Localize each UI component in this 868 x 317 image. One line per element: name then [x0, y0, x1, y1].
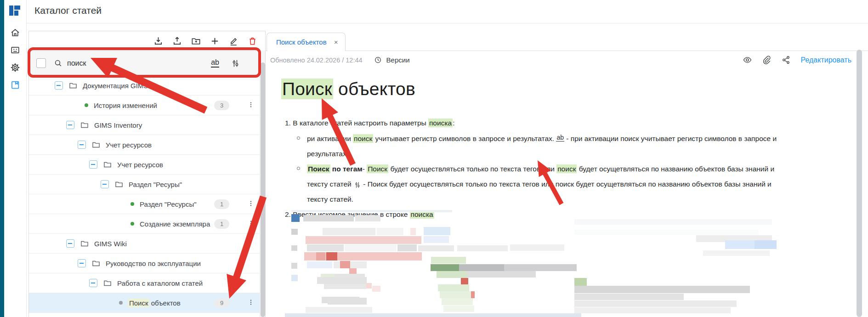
mosaic-block: [326, 252, 337, 260]
tab-poisk-obektov[interactable]: Поиск объектов ×: [267, 33, 346, 51]
tree-row[interactable]: Создание экземпляра1: [29, 214, 265, 234]
tree-row[interactable]: Работа с каталогом статей: [29, 273, 265, 293]
folder-icon: [114, 180, 124, 189]
tab-close-icon[interactable]: ×: [334, 38, 338, 46]
home-nav-button[interactable]: [7, 26, 23, 40]
collapse-checkbox[interactable]: [66, 239, 74, 248]
mosaic-block: [306, 236, 421, 244]
edit-button[interactable]: Редактировать: [800, 56, 851, 64]
tree-scrollbar[interactable]: [260, 51, 265, 317]
bookmark-nav-button[interactable]: [7, 78, 23, 92]
row-menu-button[interactable]: [247, 219, 255, 229]
tree-row[interactable]: Учет ресурсов: [29, 155, 265, 175]
article-count-badge: 3: [214, 101, 229, 110]
tree-row[interactable]: GIMS Inventory: [29, 115, 265, 135]
search-mode-toggle-icon[interactable]: [230, 58, 240, 68]
mosaic-block: [291, 210, 452, 212]
settings-icon: [10, 62, 21, 73]
new-folder-button[interactable]: [191, 36, 201, 46]
mosaic-block: [345, 244, 397, 251]
tree-item-label: История изменений: [94, 102, 157, 109]
preview-button[interactable]: [743, 55, 752, 65]
attachments-button[interactable]: [762, 55, 772, 65]
row-menu-button[interactable]: [247, 298, 255, 308]
search-icon: [53, 58, 63, 68]
mosaic-block: [431, 257, 466, 264]
row-menu-button[interactable]: [247, 199, 255, 209]
collapse-checkbox[interactable]: [55, 81, 63, 90]
highlighted-text: Поиск: [281, 79, 333, 99]
tree-row[interactable]: Раздел "Ресурсы"1: [29, 194, 265, 214]
mosaic-block: [443, 306, 474, 312]
tree-row[interactable]: GIMS Wiki: [29, 234, 265, 254]
upload-icon: [172, 36, 182, 46]
tree-row[interactable]: Раздел "Ресуры": [29, 175, 265, 194]
highlighted-text: Поиск: [367, 164, 388, 173]
mosaic-block: [438, 284, 469, 291]
mosaic-block: [316, 252, 325, 260]
row-menu-button[interactable]: [247, 100, 255, 110]
tree-row[interactable]: Учет ресурсов: [29, 135, 265, 155]
list-number: 1.: [285, 119, 293, 127]
delete-button[interactable]: [247, 36, 258, 46]
console-nav-button[interactable]: [7, 43, 23, 57]
ordered-list-item: 1. В каталоге статей настроить параметры…: [285, 116, 832, 130]
select-all-checkbox[interactable]: [36, 58, 46, 68]
mosaic-block: [424, 227, 450, 235]
tree-row[interactable]: Руководство по эксплуатации: [29, 254, 265, 273]
mosaic-block: [574, 278, 587, 286]
edit-button[interactable]: [228, 36, 239, 46]
tree-scrollbar-thumb[interactable]: [261, 62, 265, 317]
tab-label: Поиск объектов: [276, 38, 327, 46]
highlighted-text: Поиск: [307, 164, 330, 173]
mosaic-block: [467, 271, 536, 277]
collapse-checkbox[interactable]: [101, 180, 109, 188]
tree-item-label: Учет ресурсов: [117, 161, 163, 169]
mosaic-block: [755, 240, 777, 249]
text: ри активации: [307, 135, 353, 142]
share-button[interactable]: [781, 55, 791, 65]
app-logo: [9, 5, 21, 17]
collapse-checkbox[interactable]: [78, 141, 86, 149]
tree-toolbar: [29, 31, 265, 51]
new-folder-icon: [191, 36, 201, 46]
collapse-checkbox[interactable]: [78, 259, 86, 267]
article-title: Поиск объектов: [281, 79, 415, 99]
collapse-checkbox[interactable]: [66, 121, 74, 129]
case-sensitive-toggle[interactable]: ab: [211, 59, 219, 68]
article-actions: Редактировать: [743, 55, 851, 65]
download-button[interactable]: [153, 36, 164, 46]
console-icon: [10, 45, 21, 56]
folder-icon: [103, 160, 112, 169]
mosaic-block: [424, 236, 449, 243]
versions-button[interactable]: Версии: [386, 56, 410, 64]
collapse-checkbox[interactable]: [89, 279, 97, 287]
article-tree-panel: поиск ab Документация GIMSИстория измене…: [28, 31, 266, 317]
page-scrollbar[interactable]: [857, 50, 862, 317]
collapse-checkbox[interactable]: [89, 160, 97, 169]
search-input[interactable]: поиск: [67, 59, 86, 68]
text: по тегам: [330, 165, 363, 173]
mosaic-block: [510, 244, 564, 251]
mosaic-block: [291, 275, 298, 281]
mosaic-block: [291, 263, 297, 269]
mosaic-block: [574, 219, 772, 225]
tree-row[interactable]: Поиск объектов9: [29, 293, 265, 313]
mosaic-block: [306, 307, 372, 313]
mosaic-block: [574, 286, 750, 293]
edit-icon: [228, 36, 239, 46]
nav-sidebar: [4, 0, 27, 317]
tree-item-label: Документация GIMS: [83, 82, 148, 90]
tree-row[interactable]: Документация GIMS: [29, 76, 265, 96]
settings-nav-button[interactable]: [7, 61, 23, 74]
page-scrollbar-thumb[interactable]: [857, 50, 862, 317]
add-button[interactable]: [210, 36, 220, 46]
left-rail: [0, 0, 4, 317]
eye-icon: [743, 55, 752, 65]
tree-row[interactable]: История изменений3: [29, 96, 265, 115]
upload-button[interactable]: [172, 36, 182, 46]
bullet-item: ри активации поиск учитывает регистр сим…: [297, 131, 781, 161]
folder-icon: [80, 120, 89, 130]
mosaic-block: [355, 215, 380, 221]
bullet-marker: [297, 167, 300, 170]
